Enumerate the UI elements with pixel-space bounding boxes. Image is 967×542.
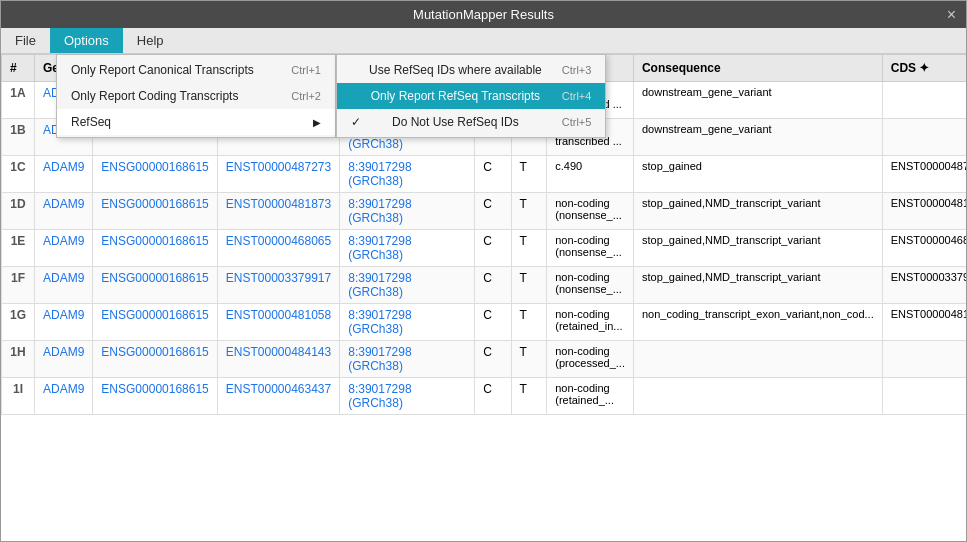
cds-cell: non-coding (nonsense_...: [547, 230, 634, 267]
table-row: 1HADAM9ENSG00000168615ENST000004841438:3…: [2, 341, 967, 378]
close-button[interactable]: ×: [947, 6, 956, 24]
genomic-cell: 8:39017298 (GRCh38): [340, 304, 475, 341]
cds-cell: non-coding (nonsense_...: [547, 193, 634, 230]
row-id-cell: 1E: [2, 230, 35, 267]
cds2-cell: ENST00003379917: [882, 267, 966, 304]
cds2-cell: [882, 82, 966, 119]
ref-cell: C: [475, 304, 511, 341]
table-row: 1DADAM9ENSG00000168615ENST000004818738:3…: [2, 193, 967, 230]
table-row: 1GADAM9ENSG00000168615ENST000004810588:3…: [2, 304, 967, 341]
gene-cell[interactable]: ADAM9: [35, 267, 93, 304]
var-cell: T: [511, 341, 547, 378]
submenu-arrow-icon: ▶: [313, 117, 321, 128]
consequence-cell: downstream_gene_variant: [633, 82, 882, 119]
transcript-cell[interactable]: ENST00003379917: [217, 267, 339, 304]
ref-cell: C: [475, 378, 511, 415]
transcript-cell[interactable]: ENST00000481873: [217, 193, 339, 230]
ensg-cell[interactable]: ENSG00000168615: [93, 304, 217, 341]
row-id-cell: 1G: [2, 304, 35, 341]
gene-cell[interactable]: ADAM9: [35, 193, 93, 230]
cds2-cell: ENST00000481058: [882, 304, 966, 341]
genomic-cell: 8:39017298 (GRCh38): [340, 230, 475, 267]
ensg-cell[interactable]: ENSG00000168615: [93, 156, 217, 193]
consequence-cell: [633, 378, 882, 415]
menu-file[interactable]: File: [1, 28, 50, 53]
cds-cell: non-coding (processed_...: [547, 341, 634, 378]
cds2-cell: [882, 119, 966, 156]
row-id-cell: 1C: [2, 156, 35, 193]
transcript-cell[interactable]: ENST00000487273: [217, 156, 339, 193]
transcript-cell[interactable]: ENST00000481058: [217, 304, 339, 341]
dropdown-item-canonical[interactable]: Only Report Canonical Transcripts Ctrl+1: [57, 57, 335, 83]
var-cell: T: [511, 267, 547, 304]
cds-cell: c.490: [547, 156, 634, 193]
transcript-cell[interactable]: ENST00000468065: [217, 230, 339, 267]
var-cell: T: [511, 193, 547, 230]
row-id-cell: 1D: [2, 193, 35, 230]
cds2-cell: ENST00000487273: [882, 156, 966, 193]
consequence-cell: downstream_gene_variant: [633, 119, 882, 156]
title-bar: MutationMapper Results ×: [1, 1, 966, 28]
genomic-cell: 8:39017298 (GRCh38): [340, 193, 475, 230]
genomic-cell: 8:39017298 (GRCh38): [340, 156, 475, 193]
options-dropdown: Only Report Canonical Transcripts Ctrl+1…: [56, 54, 336, 138]
consequence-cell: [633, 341, 882, 378]
row-id-cell: 1H: [2, 341, 35, 378]
ensg-cell[interactable]: ENSG00000168615: [93, 267, 217, 304]
cds-cell: non-coding (retained_...: [547, 378, 634, 415]
cds2-cell: [882, 341, 966, 378]
ensg-cell[interactable]: ENSG00000168615: [93, 230, 217, 267]
gene-cell[interactable]: ADAM9: [35, 230, 93, 267]
submenu-item-only-refseq[interactable]: Only Report RefSeq Transcripts Ctrl+4: [337, 83, 605, 109]
consequence-cell: stop_gained,NMD_transcript_variant: [633, 230, 882, 267]
submenu-item-no-refseq[interactable]: ✓ Do Not Use RefSeq IDs Ctrl+5: [337, 109, 605, 135]
consequence-cell: stop_gained: [633, 156, 882, 193]
col-header-cds2: CDS ✦: [882, 55, 966, 82]
cds2-cell: ENST00000468065: [882, 230, 966, 267]
var-cell: T: [511, 156, 547, 193]
menu-help[interactable]: Help: [123, 28, 178, 53]
genomic-cell: 8:39017298 (GRCh38): [340, 378, 475, 415]
cds2-cell: ENST00000481873: [882, 193, 966, 230]
window-title: MutationMapper Results: [413, 7, 554, 22]
col-header-consequence: Consequence: [633, 55, 882, 82]
table-row: 1CADAM9ENSG00000168615ENST000004872738:3…: [2, 156, 967, 193]
row-id-cell: 1I: [2, 378, 35, 415]
transcript-cell[interactable]: ENST00000463437: [217, 378, 339, 415]
genomic-cell: 8:39017298 (GRCh38): [340, 267, 475, 304]
cds-cell: non-coding (retained_in...: [547, 304, 634, 341]
menu-bar: File Options Help: [1, 28, 966, 54]
ensg-cell[interactable]: ENSG00000168615: [93, 378, 217, 415]
col-header-hash: #: [2, 55, 35, 82]
dropdown-item-coding[interactable]: Only Report Coding Transcripts Ctrl+2: [57, 83, 335, 109]
table-row: 1IADAM9ENSG00000168615ENST000004634378:3…: [2, 378, 967, 415]
row-id-cell: 1A: [2, 82, 35, 119]
menu-options[interactable]: Options: [50, 28, 123, 53]
ref-cell: C: [475, 193, 511, 230]
submenu-item-use-refseq[interactable]: Use RefSeq IDs where available Ctrl+3: [337, 57, 605, 83]
row-id-cell: 1F: [2, 267, 35, 304]
var-cell: T: [511, 304, 547, 341]
consequence-cell: stop_gained,NMD_transcript_variant: [633, 193, 882, 230]
ref-cell: C: [475, 156, 511, 193]
table-row: 1FADAM9ENSG00000168615ENST000033799178:3…: [2, 267, 967, 304]
ref-cell: C: [475, 230, 511, 267]
ensg-cell[interactable]: ENSG00000168615: [93, 341, 217, 378]
cds2-cell: [882, 378, 966, 415]
var-cell: T: [511, 230, 547, 267]
transcript-cell[interactable]: ENST00000484143: [217, 341, 339, 378]
ref-cell: C: [475, 267, 511, 304]
gene-cell[interactable]: ADAM9: [35, 341, 93, 378]
gene-cell[interactable]: ADAM9: [35, 304, 93, 341]
row-id-cell: 1B: [2, 119, 35, 156]
var-cell: T: [511, 378, 547, 415]
dropdown-item-refseq[interactable]: RefSeq ▶: [57, 109, 335, 135]
consequence-cell: non_coding_transcript_exon_variant,non_c…: [633, 304, 882, 341]
table-row: 1EADAM9ENSG00000168615ENST000004680658:3…: [2, 230, 967, 267]
ref-cell: C: [475, 341, 511, 378]
cds-cell: non-coding (nonsense_...: [547, 267, 634, 304]
ensg-cell[interactable]: ENSG00000168615: [93, 193, 217, 230]
gene-cell[interactable]: ADAM9: [35, 378, 93, 415]
consequence-cell: stop_gained,NMD_transcript_variant: [633, 267, 882, 304]
gene-cell[interactable]: ADAM9: [35, 156, 93, 193]
